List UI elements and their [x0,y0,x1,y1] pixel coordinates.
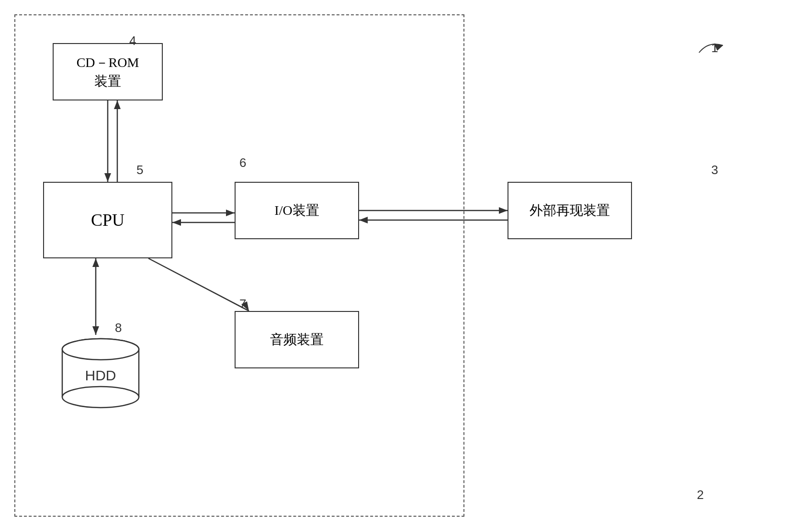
external-box: 外部再现装置 [508,182,632,239]
ref-6: 6 [239,155,246,170]
audio-label: 音频装置 [270,330,324,349]
external-label: 外部再现装置 [530,201,610,220]
io-box: I/O装置 [235,182,359,239]
ref-4: 4 [129,33,136,48]
ref-2: 2 [697,488,704,502]
svg-text:HDD: HDD [85,367,116,383]
ref-7: 7 [239,297,246,311]
ref-8: 8 [115,321,122,335]
ref-3: 3 [711,163,718,177]
ref-1: 1 [711,41,718,55]
svg-point-5 [62,339,139,360]
svg-point-4 [62,387,139,408]
cdrom-box: CD－ROM 装置 [53,43,163,100]
cdrom-label-line2: 装置 [94,72,121,90]
cpu-box: CPU [43,182,172,258]
io-label: I/O装置 [274,201,319,220]
ref-5: 5 [136,163,143,177]
hdd-container: HDD [53,335,148,411]
hdd-svg: HDD [53,335,148,411]
svg-marker-21 [499,207,508,214]
diagram-container: CD－ROM 装置 CPU I/O装置 音频装置 HDD 外部再现装置 4 5 … [14,14,785,517]
cpu-label: CPU [91,208,124,232]
cdrom-label-line1: CD－ROM [77,53,139,72]
audio-box: 音频装置 [235,311,359,368]
